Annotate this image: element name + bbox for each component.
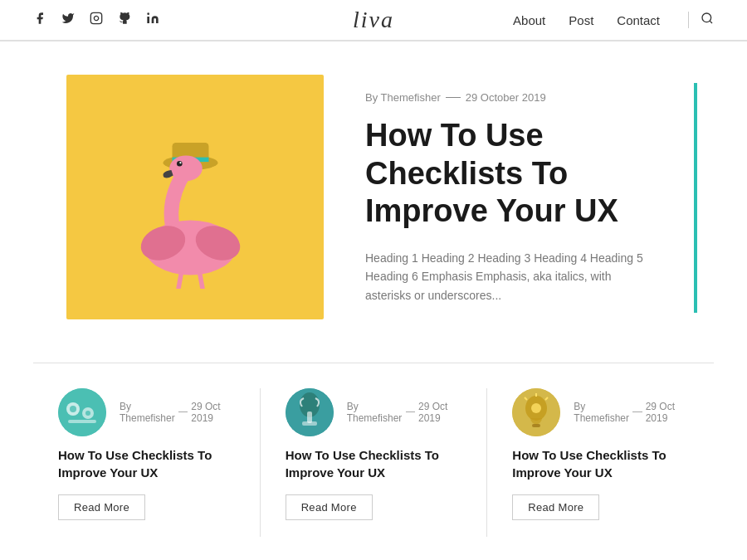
card-2-read-more[interactable]: Read More (286, 494, 373, 520)
github-icon[interactable] (118, 12, 131, 28)
card-2-thumbnail (286, 388, 334, 436)
hero-content: By Themefisher 29 October 2019 How To Us… (324, 75, 681, 321)
hero-author: By Themefisher (365, 91, 441, 104)
svg-rect-28 (307, 411, 312, 423)
svg-point-3 (702, 13, 711, 22)
card-3-title: How To Use Checklists To Improve Your UX (512, 446, 689, 481)
card-1-thumbnail (58, 388, 106, 436)
svg-line-15 (200, 272, 205, 289)
card-3-author: By Themefisher (574, 401, 629, 424)
search-button[interactable] (688, 12, 714, 28)
instagram-icon[interactable] (90, 12, 103, 28)
svg-point-22 (70, 406, 76, 412)
card-2-header: By Themefisher 29 Oct 2019 (286, 388, 462, 436)
card-3: By Themefisher 29 Oct 2019 How To Use Ch… (487, 388, 714, 537)
nav-post[interactable]: Post (569, 13, 593, 27)
hero-excerpt: Heading 1 Heading 2 Heading 3 Heading 4 … (365, 249, 647, 304)
svg-point-8 (169, 155, 203, 181)
card-1: By Themefisher 29 Oct 2019 How To Use Ch… (33, 388, 261, 537)
hero-title: How To Use Checklists To Improve Your UX (365, 117, 647, 231)
nav-about[interactable]: About (513, 13, 545, 27)
hero-meta: By Themefisher 29 October 2019 (365, 91, 647, 104)
card-1-separator (178, 411, 188, 412)
card-2-date: 29 Oct 2019 (418, 401, 461, 424)
card-3-meta-wrapper: By Themefisher 29 Oct 2019 (574, 401, 689, 424)
card-1-header: By Themefisher 29 Oct 2019 (58, 388, 235, 436)
card-2-separator (406, 411, 415, 412)
card-3-header: By Themefisher 29 Oct 2019 (512, 388, 689, 436)
card-2: By Themefisher 29 Oct 2019 How To Use Ch… (261, 388, 488, 537)
nav-contact[interactable]: Contact (617, 13, 660, 27)
card-1-date: 29 Oct 2019 (191, 401, 234, 424)
svg-rect-0 (90, 12, 101, 23)
social-icons (33, 12, 159, 28)
svg-rect-25 (68, 420, 96, 423)
svg-point-2 (147, 12, 149, 15)
svg-line-4 (710, 21, 712, 23)
logo: liva (353, 7, 394, 33)
card-2-meta-wrapper: By Themefisher 29 Oct 2019 (347, 401, 462, 424)
navigation: About Post Contact (513, 12, 714, 28)
svg-rect-20 (58, 388, 106, 436)
header-divider (0, 41, 747, 41)
hero-section: By Themefisher 29 October 2019 How To Us… (66, 75, 681, 321)
svg-point-9 (177, 161, 183, 167)
twitter-icon[interactable] (61, 12, 75, 28)
svg-point-10 (179, 162, 181, 163)
card-2-meta: By Themefisher 29 Oct 2019 (347, 401, 462, 424)
svg-line-14 (177, 272, 182, 289)
card-2-author: By Themefisher (347, 401, 403, 424)
card-3-thumbnail (512, 388, 560, 436)
hero-image (66, 75, 324, 319)
cards-section: By Themefisher 29 Oct 2019 How To Use Ch… (33, 363, 714, 537)
svg-rect-29 (302, 421, 317, 426)
svg-rect-32 (532, 424, 540, 427)
card-1-title: How To Use Checklists To Improve Your UX (58, 446, 235, 481)
header: liva About Post Contact (0, 0, 747, 41)
card-1-author: By Themefisher (120, 401, 175, 424)
linkedin-icon[interactable] (146, 12, 159, 28)
card-3-read-more[interactable]: Read More (512, 494, 599, 520)
card-1-meta: By Themefisher 29 Oct 2019 (120, 401, 235, 424)
card-3-separator (632, 411, 642, 412)
card-3-meta: By Themefisher 29 Oct 2019 (574, 401, 689, 424)
meta-separator (446, 97, 461, 98)
facebook-icon[interactable] (33, 12, 46, 28)
svg-point-33 (531, 403, 541, 413)
card-1-meta-wrapper: By Themefisher 29 Oct 2019 (120, 401, 235, 424)
svg-point-24 (85, 411, 90, 416)
card-1-read-more[interactable]: Read More (58, 494, 145, 520)
hero-date: 29 October 2019 (466, 91, 546, 104)
card-3-date: 29 Oct 2019 (646, 401, 689, 424)
card-2-title: How To Use Checklists To Improve Your UX (286, 446, 462, 481)
